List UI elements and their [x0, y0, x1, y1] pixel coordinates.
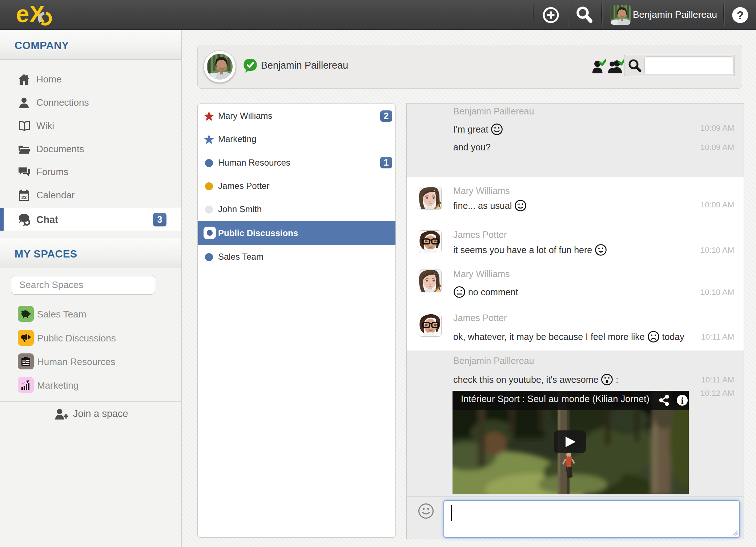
svg-text:?: ?	[737, 9, 744, 22]
svg-text:e: e	[16, 0, 29, 27]
svg-text:i: i	[681, 396, 683, 406]
svg-text:23: 23	[21, 195, 27, 200]
svg-text:Intérieur Sport : Seul au mond: Intérieur Sport : Seul au monde (Kilian …	[461, 394, 650, 404]
